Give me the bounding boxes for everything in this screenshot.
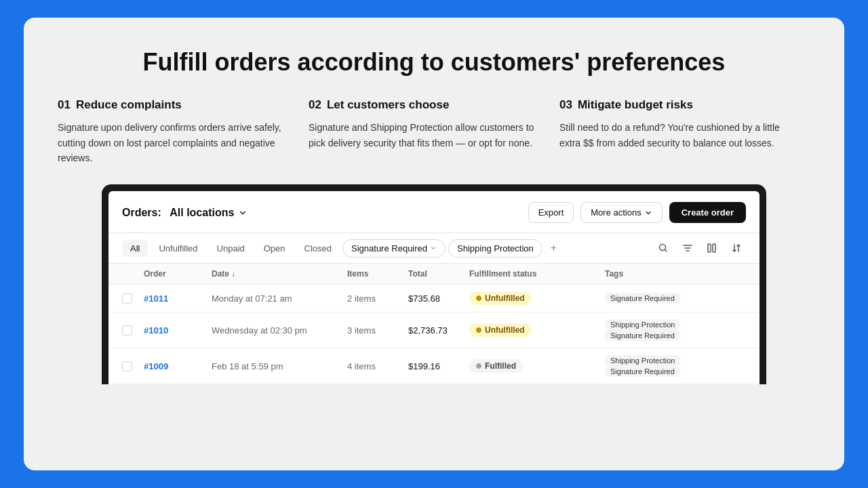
feature-2-num: 02 [309,98,321,112]
filter-tab-open[interactable]: Open [256,240,294,257]
th-checkbox [122,269,144,279]
row-1-items: 2 items [347,293,408,304]
filter-bar: All Unfulfilled Unpaid Open Closed Signa… [108,233,760,264]
table-header: Order Date ↓ Items Total Fulfillment sta… [108,264,760,285]
feature-1-num: 01 [58,98,71,112]
feature-1-title: 01 Reduce complaints [58,98,288,112]
feature-1-text: Signature upon delivery confirms orders … [58,120,288,165]
row-2-status-badge: Unfulfilled [469,323,532,337]
filter-pill-signature[interactable]: Signature Required [342,239,446,258]
th-date: Date ↓ [212,269,347,279]
row-1-status-dot [476,296,481,301]
features-section: 01 Reduce complaints Signature upon deli… [58,98,810,165]
row-1-status: Unfulfilled [469,291,605,305]
row-3-status-dot [476,363,481,369]
page-headline: Fulfill orders according to customers' p… [58,47,810,77]
th-items: Items [347,269,408,279]
feature-3-label: Mitigate budget risks [578,98,693,112]
location-chevron-icon[interactable] [238,208,248,218]
row-1-order-id[interactable]: #1011 [144,293,212,304]
row-3-tag-shipping: Shipping Protection [605,355,680,366]
columns-icon-button[interactable] [703,239,722,258]
row-3-tags: Shipping Protection Signature Required [605,355,746,377]
feature-2-title: 02 Let customers choose [309,98,539,112]
row-2-status-dot [476,327,481,333]
filter-tab-unpaid[interactable]: Unpaid [209,240,253,257]
row-1-checkbox[interactable] [122,293,144,304]
row-3-order-id[interactable]: #1009 [144,361,212,371]
row-3-status-badge: Fulfilled [469,359,523,373]
filter-icon-button[interactable] [678,239,697,258]
row-2-total: $2,736.73 [408,325,469,336]
orders-title: Orders: All locations [122,207,248,219]
feature-3-num: 03 [559,98,572,112]
row-3-items: 4 items [347,361,408,371]
filter-tab-unfulfilled[interactable]: Unfulfilled [151,240,205,257]
feature-2: 02 Let customers choose Signature and Sh… [309,98,559,165]
row-3-checkbox[interactable] [122,361,144,371]
svg-rect-2 [713,244,715,252]
table-row[interactable]: #1011 Monday at 07:21 am 2 items $735.68… [108,285,760,312]
export-button[interactable]: Export [528,202,574,223]
laptop-frame: Orders: All locations Export More action… [102,184,766,384]
row-1-tags: Signature Required [605,293,746,304]
feature-2-label: Let customers choose [327,98,449,112]
filter-tab-closed[interactable]: Closed [296,240,340,257]
header-actions: Export More actions Create order [528,202,746,223]
laptop-wrapper: Orders: All locations Export More action… [58,184,810,470]
add-filter-button[interactable]: + [545,239,562,258]
row-3-date: Feb 18 at 5:59 pm [212,361,347,371]
feature-3-title: 03 Mitigate budget risks [559,98,790,112]
filter-tab-all[interactable]: All [122,240,148,257]
filter-icons [654,239,746,258]
row-2-tag-shipping: Shipping Protection [605,319,680,330]
row-2-order-id[interactable]: #1010 [144,325,212,336]
row-3-total: $199.16 [408,361,469,371]
shipping-filter-label: Shipping Protection [457,243,534,253]
signature-filter-chevron-icon [430,245,437,251]
row-3-tag-signature: Signature Required [605,366,680,377]
row-1-total: $735.68 [408,293,469,304]
signature-filter-label: Signature Required [351,243,427,253]
main-card: Fulfill orders according to customers' p… [24,18,844,470]
th-tags: Tags [605,269,746,279]
row-1-tag-signature: Signature Required [605,293,680,304]
row-2-tag-signature: Signature Required [605,330,680,341]
more-actions-chevron-icon [644,209,652,217]
orders-label: Orders: [122,207,161,219]
search-icon-button[interactable] [654,239,673,258]
row-2-items: 3 items [347,325,408,336]
filter-pill-shipping[interactable]: Shipping Protection [448,239,542,258]
orders-location[interactable]: All locations [170,207,234,219]
feature-2-text: Signature and Shipping Protection allow … [309,120,539,150]
feature-3: 03 Mitigate budget risks Still need to d… [559,98,810,165]
th-fulfillment: Fulfillment status [469,269,605,279]
row-2-checkbox[interactable] [122,325,144,336]
row-1-status-badge: Unfulfilled [469,291,532,305]
row-2-status: Unfulfilled [469,323,605,337]
orders-header: Orders: All locations Export More action… [108,191,760,233]
create-order-button[interactable]: Create order [669,202,746,223]
feature-1-label: Reduce complaints [76,98,182,112]
th-total: Total [408,269,469,279]
row-3-status: Fulfilled [469,359,605,373]
row-2-tags: Shipping Protection Signature Required [605,319,746,341]
svg-rect-1 [708,244,711,252]
row-1-date: Monday at 07:21 am [212,293,347,304]
feature-3-text: Still need to do a refund? You're cushio… [559,120,790,150]
feature-1: 01 Reduce complaints Signature upon deli… [58,98,309,165]
th-order: Order [144,269,212,279]
more-actions-button[interactable]: More actions [580,202,662,223]
table-row[interactable]: #1009 Feb 18 at 5:59 pm 4 items $199.16 … [108,348,760,384]
table-row[interactable]: #1010 Wednesday at 02:30 pm 3 items $2,7… [108,312,760,348]
laptop-screen: Orders: All locations Export More action… [108,191,760,384]
more-actions-label: More actions [591,207,641,218]
row-2-date: Wednesday at 02:30 pm [212,325,347,336]
sort-icon-button[interactable] [727,239,746,258]
